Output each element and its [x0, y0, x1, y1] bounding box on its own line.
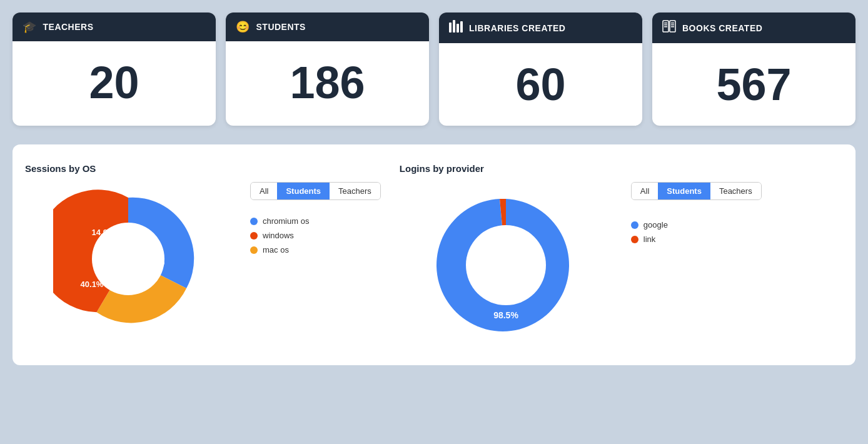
svg-text:45%: 45% [148, 258, 164, 267]
teachers-icon: 🎓 [23, 20, 37, 34]
svg-rect-6 [664, 24, 667, 26]
books-icon [662, 20, 676, 36]
students-label: STUDENTS [256, 22, 306, 32]
stat-card-libraries-header: LIBRARIES CREATED [439, 13, 642, 43]
logins-filter-students[interactable]: Students [658, 183, 710, 199]
macos-dot [250, 246, 258, 254]
link-dot [631, 236, 638, 243]
libraries-icon [449, 20, 463, 36]
logins-filter-all[interactable]: All [632, 183, 658, 199]
sessions-os-title: Sessions by OS [25, 163, 231, 174]
svg-rect-0 [449, 23, 452, 33]
books-body: 567 [652, 43, 855, 126]
svg-rect-9 [671, 23, 674, 24]
sessions-os-chart: 45% 14.9% 40.1% [53, 184, 203, 334]
libraries-value: 60 [515, 62, 565, 107]
macos-label: mac os [263, 245, 289, 255]
svg-text:40.1%: 40.1% [81, 280, 104, 289]
stat-card-teachers: 🎓 TEACHERS 20 [13, 13, 216, 126]
legend-item-macos: mac os [250, 245, 381, 255]
link-label: link [643, 235, 656, 244]
students-body: 186 [226, 41, 429, 124]
logins-filter-buttons[interactable]: All Students Teachers [631, 182, 762, 200]
google-dot [631, 221, 638, 229]
svg-text:14.9%: 14.9% [92, 228, 115, 237]
books-label: BOOKS CREATED [682, 23, 762, 33]
stat-card-students: 😊 STUDENTS 186 [226, 13, 429, 126]
logins-provider-section: Logins by provider [400, 163, 612, 346]
teachers-body: 20 [13, 41, 216, 124]
legend-item-chromium: chromium os [250, 216, 381, 226]
svg-point-16 [466, 225, 546, 305]
svg-rect-10 [671, 24, 674, 26]
logins-filter-teachers[interactable]: Teachers [710, 183, 761, 199]
logins-legend: google link [631, 220, 843, 249]
chromium-label: chromium os [263, 216, 309, 226]
svg-rect-11 [671, 26, 674, 28]
svg-rect-3 [460, 21, 463, 33]
windows-dot [250, 232, 258, 240]
sessions-filter-all[interactable]: All [251, 183, 277, 199]
sessions-filter-buttons[interactable]: All Students Teachers [250, 182, 381, 200]
stat-card-teachers-header: 🎓 TEACHERS [13, 13, 216, 41]
libraries-body: 60 [439, 43, 642, 126]
legend-item-link: link [631, 235, 843, 244]
students-icon: 😊 [236, 20, 250, 34]
logins-filter-panel: All Students Teachers google link [612, 182, 843, 249]
svg-text:98.5%: 98.5% [493, 310, 518, 320]
logins-provider-chart: 98.5% [425, 184, 587, 346]
teachers-value: 20 [89, 60, 139, 105]
stat-card-students-header: 😊 STUDENTS [226, 13, 429, 41]
sessions-filter-students[interactable]: Students [277, 183, 330, 199]
svg-rect-2 [457, 24, 459, 33]
legend-item-google: google [631, 220, 843, 230]
logins-provider-title: Logins by provider [400, 163, 612, 174]
svg-rect-5 [664, 23, 667, 24]
google-label: google [643, 220, 668, 230]
sessions-filter-teachers[interactable]: Teachers [330, 183, 380, 199]
legend-item-windows: windows [250, 231, 381, 240]
books-value: 567 [716, 62, 791, 107]
svg-rect-1 [453, 20, 455, 33]
windows-label: windows [263, 231, 294, 240]
stat-card-books: BOOKS CREATED 567 [652, 13, 855, 126]
svg-rect-7 [664, 26, 667, 28]
teachers-label: TEACHERS [43, 22, 94, 32]
sessions-os-section: Sessions by OS 45% 14.9% 40.1% [25, 163, 231, 334]
bottom-section: Sessions by OS 45% 14.9% 40.1% All [13, 144, 855, 365]
chromium-dot [250, 218, 258, 225]
libraries-label: LIBRARIES CREATED [469, 23, 565, 33]
stat-card-books-header: BOOKS CREATED [652, 13, 855, 43]
students-value: 186 [290, 60, 365, 105]
sessions-filter-panel: All Students Teachers chromium os window… [231, 182, 381, 260]
sessions-legend: chromium os windows mac os [250, 216, 381, 260]
stat-card-libraries: LIBRARIES CREATED 60 [439, 13, 642, 126]
stats-row: 🎓 TEACHERS 20 😊 STUDENTS 186 LIB [13, 13, 855, 126]
